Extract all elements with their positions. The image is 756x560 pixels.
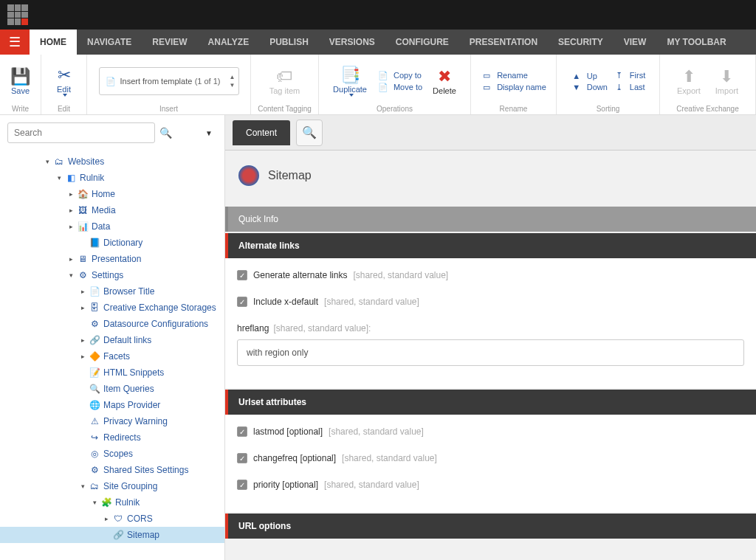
tree-dictionary[interactable]: 📘Dictionary <box>0 235 224 251</box>
menubar: ☰ HOME NAVIGATE REVIEW ANALYZE PUBLISH V… <box>0 30 756 55</box>
tab-publish[interactable]: PUBLISH <box>259 30 319 55</box>
tree-rulnik-group[interactable]: ▾🧩Rulnik <box>0 494 224 511</box>
tab-analyze[interactable]: ANALYZE <box>198 30 260 55</box>
tab-review[interactable]: REVIEW <box>142 30 197 55</box>
duplicate-button[interactable]: 📑 Duplicate <box>329 64 371 98</box>
section-quick-info[interactable]: Quick Info <box>225 207 756 232</box>
tree-presentation[interactable]: ▸🖥Presentation <box>0 251 224 267</box>
checkbox-generate-alternate[interactable]: ✓ <box>237 270 247 280</box>
tree-cors[interactable]: ▸🛡CORS <box>0 511 224 527</box>
search-input[interactable] <box>7 122 155 143</box>
snippet-icon: 📝 <box>89 367 100 378</box>
group-insert-label: Insert <box>93 103 244 113</box>
config-icon: ⚙ <box>89 318 100 330</box>
export-button: ⬆ Export <box>673 66 705 97</box>
edit-button[interactable]: ✂ Edit <box>52 64 75 98</box>
tree-data[interactable]: ▸📊Data <box>0 218 224 235</box>
folder-icon: 🗂 <box>53 156 65 167</box>
group-sorting-label: Sorting <box>563 103 653 113</box>
globe-icon: 🌐 <box>89 399 100 411</box>
ribbon: 💾 Save Write ✂ Edit Edit 📄 Insert from t… <box>0 55 756 115</box>
save-icon: 💾 <box>10 67 30 86</box>
site-icon: ◧ <box>65 172 77 184</box>
move-down-button[interactable]: ▼Down <box>571 83 608 91</box>
checkbox-priority[interactable]: ✓ <box>237 480 247 490</box>
rename-button[interactable]: ▭Rename <box>481 71 546 80</box>
insert-from-template[interactable]: 📄 Insert from template (1 of 1) ▲▼ <box>99 67 239 95</box>
tab-configure[interactable]: CONFIGURE <box>385 30 459 55</box>
move-first-button[interactable]: ⤒First <box>614 71 645 80</box>
hint-shared-4: [shared, standard value] <box>329 426 424 437</box>
tab-security[interactable]: SECURITY <box>548 30 614 55</box>
tree-shared-sites[interactable]: ⚙Shared Sites Settings <box>0 462 224 478</box>
checkbox-lastmod[interactable]: ✓ <box>237 426 247 437</box>
insert-spinner[interactable]: ▲▼ <box>230 74 236 89</box>
tree-websites[interactable]: ▾🗂Websites <box>0 153 224 170</box>
display-name-button[interactable]: ▭Display name <box>481 83 546 92</box>
tab-navigate[interactable]: NAVIGATE <box>77 30 142 55</box>
tree-facets[interactable]: ▸🔶Facets <box>0 348 224 364</box>
save-button[interactable]: 💾 Save <box>6 66 35 97</box>
section-url-options[interactable]: URL options <box>225 514 756 539</box>
section-alternate-links[interactable]: Alternate links <box>225 233 756 258</box>
move-icon: 📄 <box>377 83 389 92</box>
edit-label: Edit <box>57 85 71 94</box>
tree-maps-provider[interactable]: 🌐Maps Provider <box>0 397 224 413</box>
home-icon: 🏠 <box>77 188 89 200</box>
tree-item-queries[interactable]: 🔍Item Queries <box>0 381 224 397</box>
hint-shared-6: [shared, standard value] <box>324 480 419 490</box>
tree-settings[interactable]: ▾⚙Settings <box>0 267 224 283</box>
checkbox-include-xdefault[interactable]: ✓ <box>237 297 247 307</box>
search-content-button[interactable]: 🔍 <box>296 120 323 146</box>
down-icon: ▼ <box>571 83 583 91</box>
checkbox-changefreq[interactable]: ✓ <box>237 453 247 463</box>
tree-site-grouping[interactable]: ▾🗂Site Grouping <box>0 478 224 494</box>
label-include-xdefault: Include x-default <box>253 297 318 307</box>
tree-creative-exchange[interactable]: ▸🗄Creative Exchange Storages <box>0 300 224 316</box>
scope-icon: ◎ <box>89 448 100 460</box>
shared-icon: ⚙ <box>89 464 100 476</box>
tab-home[interactable]: HOME <box>30 30 77 55</box>
select-hreflang[interactable]: with region only <box>237 339 744 366</box>
tab-view[interactable]: VIEW <box>614 30 657 55</box>
page-title: Sitemap <box>268 169 312 182</box>
tree-sitemap[interactable]: 🔗Sitemap <box>0 527 224 543</box>
sitemap-page-icon <box>238 165 259 186</box>
dictionary-icon: 📘 <box>89 237 100 249</box>
display-name-icon: ▭ <box>481 83 492 92</box>
app-logo <box>7 4 28 25</box>
rename-icon: ▭ <box>481 71 492 80</box>
delete-icon: ✖ <box>438 67 451 86</box>
tree-html-snippets[interactable]: 📝HTML Snippets <box>0 364 224 381</box>
section-urlset[interactable]: Urlset attributes <box>225 390 756 415</box>
tree-default-links[interactable]: ▸🔗Default links <box>0 332 224 348</box>
label-hreflang: hreflang <box>237 323 269 333</box>
media-icon: 🖼 <box>77 204 89 216</box>
tree-scopes[interactable]: ◎Scopes <box>0 446 224 462</box>
import-label: Import <box>715 86 738 95</box>
move-last-button[interactable]: ⤓Last <box>614 83 645 92</box>
tab-presentation[interactable]: PRESENTATION <box>459 30 548 55</box>
tree-rulnik[interactable]: ▾◧Rulnik <box>0 170 224 186</box>
facets-icon: 🔶 <box>89 350 100 362</box>
tree-datasource[interactable]: ⚙Datasource Configurations <box>0 316 224 332</box>
sitemap-icon: 🔗 <box>112 529 124 541</box>
delete-button[interactable]: ✖ Delete <box>428 66 461 97</box>
copy-to-button[interactable]: 📄Copy to <box>377 71 422 80</box>
tab-my-toolbar[interactable]: MY TOOLBAR <box>656 30 736 55</box>
search-dropdown[interactable]: ▼ <box>205 129 213 137</box>
tree-media[interactable]: ▸🖼Media <box>0 202 224 218</box>
label-priority: priority [optional] <box>253 480 318 490</box>
search-icon[interactable]: 🔍 <box>159 127 172 139</box>
hamburger-button[interactable]: ☰ <box>0 30 30 55</box>
tree-privacy-warning[interactable]: ⚠Privacy Warning <box>0 413 224 429</box>
tree-browser-title[interactable]: ▸📄Browser Title <box>0 283 224 300</box>
tab-content[interactable]: Content <box>233 120 290 145</box>
tree-redirects[interactable]: ↪Redirects <box>0 429 224 446</box>
group-operations-label: Operations <box>325 103 464 113</box>
storage-icon: 🗄 <box>89 302 100 314</box>
move-up-button[interactable]: ▲Up <box>571 72 608 80</box>
tree-home[interactable]: ▸🏠Home <box>0 186 224 202</box>
move-to-button[interactable]: 📄Move to <box>377 83 422 92</box>
tab-versions[interactable]: VERSIONS <box>319 30 385 55</box>
